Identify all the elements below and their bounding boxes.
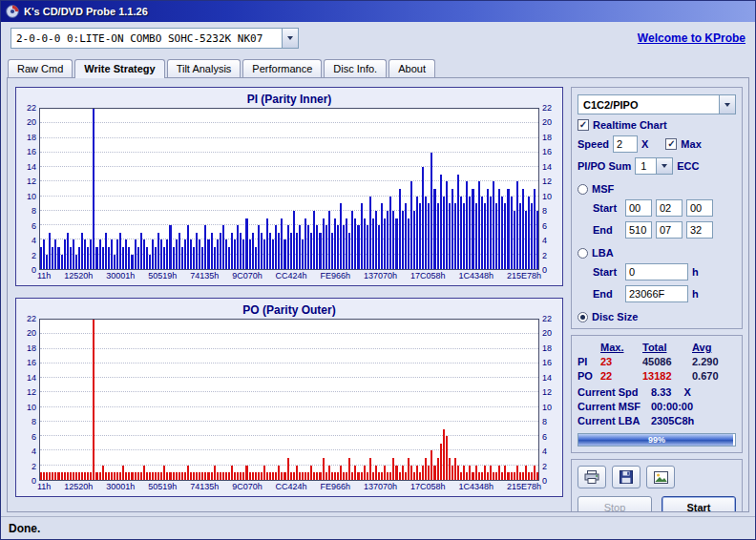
pi-avg-value: 2.290 bbox=[692, 356, 736, 367]
status-text: Done. bbox=[9, 522, 40, 535]
welcome-link[interactable]: Welcome to KProbe bbox=[638, 31, 746, 45]
chevron-down-icon bbox=[724, 103, 730, 107]
toolbar: 2-0-0-0 0:LITE-ON COMBO SOHC-5232K NK07 … bbox=[1, 22, 755, 54]
po-yr: 0246810121416182022 bbox=[539, 319, 556, 481]
chevron-down-icon bbox=[287, 36, 293, 40]
msf-start-frame-input[interactable] bbox=[686, 199, 713, 217]
msf-end-sec-input[interactable] bbox=[656, 221, 682, 239]
po-total-value: 13182 bbox=[642, 370, 692, 382]
stop-button[interactable]: Stop bbox=[578, 496, 652, 512]
window-title: K's CD/DVD Probe 1.1.26 bbox=[24, 6, 148, 17]
stats-table: Max. Total Avg PI 23 45086 2.290 PO 22 1… bbox=[578, 342, 736, 382]
po-plot bbox=[39, 319, 539, 481]
po-chart: PO (Parity Outer) 0246810121416182022 02… bbox=[15, 298, 563, 497]
save-image-button[interactable] bbox=[646, 466, 675, 488]
stats-header-max: Max. bbox=[600, 342, 642, 353]
current-lba-row: Current LBA 2305C8h bbox=[578, 415, 736, 426]
tab-write-strategy[interactable]: Write Strategy bbox=[74, 59, 164, 78]
max-speed-checkbox[interactable]: ✓ bbox=[665, 138, 677, 150]
pipo-sum-value: 1 bbox=[636, 158, 656, 174]
mode-select-value: C1C2/PIPO bbox=[578, 95, 719, 114]
pi-plot bbox=[39, 108, 539, 270]
control-panel: C1C2/PIPO ✓ Realtime Chart Speed X ✓ Max bbox=[571, 87, 743, 329]
pipo-sum-dropdown-button[interactable] bbox=[656, 158, 672, 174]
realtime-chart-label: Realtime Chart bbox=[593, 119, 667, 131]
ecc-label: ECC bbox=[677, 160, 699, 172]
stats-header-avg: Avg bbox=[692, 342, 736, 353]
msf-label: MSF bbox=[592, 183, 614, 195]
msf-start-min-input[interactable] bbox=[625, 199, 652, 217]
lba-start-label: Start bbox=[593, 266, 621, 278]
disc-size-radio[interactable] bbox=[578, 312, 588, 322]
pi-yr: 0246810121416182022 bbox=[539, 108, 556, 270]
lba-start-input[interactable] bbox=[625, 263, 688, 280]
po-chart-title: PO (Parity Outer) bbox=[22, 301, 556, 319]
tab-raw-cmd[interactable]: Raw Cmd bbox=[8, 59, 73, 77]
po-bars bbox=[40, 320, 538, 480]
title-bar[interactable]: K's CD/DVD Probe 1.1.26 bbox=[1, 1, 755, 22]
chevron-down-icon bbox=[662, 164, 667, 168]
speed-input[interactable] bbox=[613, 135, 638, 153]
lba-radio[interactable] bbox=[578, 248, 588, 259]
drive-select[interactable]: 2-0-0-0 0:LITE-ON COMBO SOHC-5232K NK07 bbox=[10, 28, 299, 49]
tab-performance[interactable]: Performance bbox=[242, 59, 322, 77]
disc-size-label: Disc Size bbox=[592, 311, 638, 322]
current-speed-unit: X bbox=[683, 386, 690, 398]
pi-max-value: 23 bbox=[600, 356, 642, 367]
lba-end-input[interactable] bbox=[625, 285, 688, 302]
po-avg-value: 0.670 bbox=[692, 370, 736, 382]
start-button[interactable]: Start bbox=[662, 496, 736, 512]
radio-dot bbox=[580, 315, 585, 320]
msf-end-min-input[interactable] bbox=[625, 221, 652, 239]
action-button-row: Stop Start bbox=[578, 496, 736, 512]
current-speed-row: Current Spd 8.33 X bbox=[578, 386, 736, 398]
tab-disc-info[interactable]: Disc Info. bbox=[324, 59, 387, 77]
tab-about[interactable]: About bbox=[388, 59, 435, 77]
realtime-chart-checkbox[interactable]: ✓ bbox=[578, 119, 589, 131]
msf-radio[interactable] bbox=[578, 184, 588, 195]
stats-row-pi-name: PI bbox=[578, 356, 600, 367]
msf-end-frame-input[interactable] bbox=[686, 221, 713, 239]
msf-end-label: End bbox=[593, 224, 621, 236]
floppy-disk-icon bbox=[620, 470, 633, 484]
current-msf-label: Current MSF bbox=[578, 401, 646, 412]
stats-panel: Max. Total Avg PI 23 45086 2.290 PO 22 1… bbox=[571, 335, 743, 453]
lba-end-label: End bbox=[593, 288, 621, 300]
speed-unit-label: X bbox=[641, 138, 648, 150]
msf-start-sec-input[interactable] bbox=[656, 199, 682, 217]
pipo-sum-label: PI/PO Sum bbox=[578, 160, 631, 172]
po-max-value: 22 bbox=[600, 370, 642, 382]
pipo-sum-select[interactable]: 1 bbox=[635, 157, 673, 175]
save-button[interactable] bbox=[612, 466, 640, 488]
drive-select-dropdown-button[interactable] bbox=[282, 29, 298, 48]
pi-xlabels: 11h12520h30001h50519h74135h9C070hCC424hF… bbox=[37, 271, 541, 283]
max-speed-label: Max bbox=[681, 138, 701, 150]
pi-chart: PI (Parity Inner) 0246810121416182022 02… bbox=[15, 87, 563, 286]
progress-bar: 99% bbox=[578, 433, 736, 447]
charts-column: PI (Parity Inner) 0246810121416182022 02… bbox=[15, 87, 563, 503]
app-icon bbox=[6, 5, 19, 18]
current-lba-label: Current LBA bbox=[578, 415, 646, 426]
stats-header-total: Total bbox=[642, 342, 692, 353]
current-msf-value: 00:00:00 bbox=[651, 401, 693, 412]
po-yl: 0246810121416182022 bbox=[22, 319, 39, 481]
stats-row-po-name: PO bbox=[578, 370, 600, 382]
current-speed-label: Current Spd bbox=[578, 386, 646, 398]
current-msf-row: Current MSF 00:00:00 bbox=[578, 401, 736, 412]
progress-label: 99% bbox=[578, 434, 735, 446]
tab-tilt-analysis[interactable]: Tilt Analysis bbox=[167, 59, 242, 77]
mode-select-dropdown-button[interactable] bbox=[719, 95, 735, 114]
app-window: K's CD/DVD Probe 1.1.26 2-0-0-0 0:LITE-O… bbox=[0, 0, 756, 540]
tab-strip: Raw Cmd Write Strategy Tilt Analysis Per… bbox=[1, 54, 755, 77]
drive-select-value: 2-0-0-0 0:LITE-ON COMBO SOHC-5232K NK07 bbox=[11, 29, 282, 48]
mode-select[interactable]: C1C2/PIPO bbox=[578, 94, 736, 114]
lba-end-unit: h bbox=[692, 288, 699, 300]
pi-yl: 0246810121416182022 bbox=[22, 108, 39, 270]
print-button[interactable] bbox=[578, 466, 606, 488]
current-speed-value: 8.33 bbox=[651, 386, 671, 398]
po-xlabels: 11h12520h30001h50519h74135h9C070hCC424hF… bbox=[37, 482, 541, 494]
action-panel: Stop Start bbox=[571, 459, 743, 512]
current-lba-value: 2305C8h bbox=[651, 415, 694, 426]
pi-bars bbox=[40, 109, 538, 269]
speed-label: Speed bbox=[578, 138, 609, 150]
